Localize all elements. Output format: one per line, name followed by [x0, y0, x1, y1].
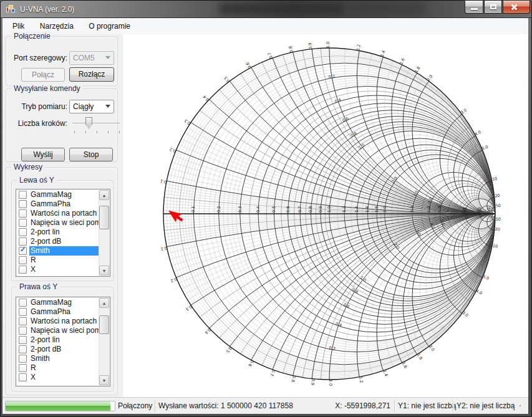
svg-text:0.9: 0.9 — [307, 42, 313, 49]
slider-thumb[interactable] — [85, 117, 92, 129]
svg-text:0.4: 0.4 — [334, 97, 342, 104]
left-axis-listbox[interactable]: GammaMagGammaPhaWartości na portach ADCN… — [16, 189, 110, 277]
connection-group: Połączenie Port szeregowy: COM5 Połącz R… — [6, 36, 118, 86]
connection-status: Połączony — [118, 401, 152, 410]
menu-o-programie[interactable]: O programie — [82, 19, 137, 34]
svg-text:0.1: 0.1 — [191, 206, 196, 213]
serial-port-value: COM5 — [73, 54, 95, 62]
list-item[interactable]: 2-port dB — [17, 237, 99, 246]
svg-text:0.8: 0.8 — [308, 206, 313, 213]
checkbox-icon[interactable] — [19, 299, 27, 307]
list-item[interactable]: X — [17, 373, 99, 382]
checkbox-icon[interactable]: ✓ — [19, 247, 27, 255]
progress-bar — [5, 401, 115, 411]
disconnect-button[interactable]: Rozłącz — [69, 67, 114, 82]
checkbox-icon[interactable] — [19, 266, 27, 274]
checkbox-icon[interactable] — [19, 345, 27, 353]
slider-track[interactable] — [72, 123, 120, 124]
right-axis-scrollbar[interactable]: ▲ ▼ — [99, 298, 109, 385]
list-item-label: GammaPha — [29, 199, 99, 209]
list-item[interactable]: GammaMag — [17, 298, 99, 307]
checkbox-icon[interactable] — [19, 228, 27, 236]
maximize-button[interactable] — [484, 1, 502, 14]
left-axis-group: Lewa oś Y GammaMagGammaPhaWartości na po… — [11, 180, 114, 281]
list-item[interactable]: ✓Smith — [17, 246, 99, 256]
connection-group-title: Połączenie — [11, 32, 53, 41]
svg-text:0.3: 0.3 — [185, 304, 193, 312]
svg-text:20: 20 — [495, 227, 500, 232]
list-item[interactable]: R — [17, 256, 99, 265]
svg-text:0.8: 0.8 — [290, 375, 296, 383]
list-item[interactable]: Wartości na portach ADC — [17, 209, 99, 218]
scrollbar-thumb[interactable] — [99, 206, 109, 229]
svg-text:0.4: 0.4 — [204, 327, 212, 335]
command-group-title: Wysyłanie komendy — [11, 84, 83, 93]
client-area: Plik Narzędzia O programie 0.10.10.10.20… — [2, 18, 528, 414]
measurement-marker — [168, 205, 185, 224]
svg-text:50: 50 — [496, 217, 501, 222]
svg-text:0.1: 0.1 — [160, 178, 167, 185]
checkbox-icon[interactable] — [19, 219, 27, 227]
send-button[interactable]: Wyślij — [21, 148, 65, 161]
checkbox-icon[interactable] — [19, 209, 27, 218]
serial-port-combobox[interactable]: COM5 — [69, 51, 114, 65]
right-axis-listbox[interactable]: GammaMagGammaPhaWartości na portach ADCN… — [16, 297, 110, 386]
list-item[interactable]: Smith — [17, 354, 99, 363]
list-item[interactable]: Wartości na portach ADC — [17, 317, 99, 326]
list-item[interactable]: 2-port lin — [17, 228, 99, 237]
checkbox-icon[interactable] — [19, 364, 27, 372]
scroll-up-icon[interactable]: ▲ — [99, 298, 109, 308]
window-title: U-VNA (ver. 2.0) — [20, 5, 74, 14]
checkbox-icon[interactable] — [19, 308, 27, 316]
list-item[interactable]: GammaPha — [17, 199, 99, 209]
checkbox-icon[interactable] — [19, 355, 27, 363]
list-item-label: Smith — [29, 354, 99, 363]
checkbox-icon[interactable] — [19, 200, 27, 208]
list-item[interactable]: GammaPha — [17, 307, 99, 317]
scrollbar-thumb[interactable] — [99, 315, 109, 334]
resize-grip[interactable] — [519, 405, 526, 412]
checkbox-icon[interactable] — [19, 237, 27, 246]
connect-button[interactable]: Połącz — [21, 68, 65, 82]
stop-button[interactable]: Stop — [69, 148, 113, 161]
checkbox-icon[interactable] — [19, 336, 27, 344]
svg-text:10: 10 — [461, 208, 467, 214]
svg-text:2.0: 2.0 — [382, 206, 387, 213]
measure-mode-combobox[interactable]: Ciągły — [69, 100, 114, 113]
checkbox-icon[interactable] — [19, 256, 27, 264]
svg-text:1.0: 1.0 — [326, 42, 331, 48]
svg-text:0.9: 0.9 — [318, 206, 323, 213]
scroll-up-icon[interactable]: ▲ — [99, 190, 109, 200]
scroll-down-icon[interactable]: ▼ — [99, 375, 109, 385]
list-item[interactable]: R — [17, 363, 99, 373]
list-item[interactable]: 2-port dB — [17, 345, 99, 354]
svg-text:1.2: 1.2 — [358, 376, 364, 383]
svg-text:1.6: 1.6 — [365, 206, 370, 213]
list-item[interactable]: Napięcia w sieci pomiarow — [17, 326, 99, 335]
checkbox-icon[interactable] — [19, 327, 27, 335]
svg-text:0.1: 0.1 — [160, 246, 168, 252]
svg-text:1.0: 1.0 — [357, 143, 365, 151]
list-item[interactable]: 2-port lin — [17, 335, 99, 345]
svg-text:0.4: 0.4 — [202, 94, 210, 102]
list-item[interactable]: Napięcia w sieci pomiarow — [17, 218, 99, 228]
list-item[interactable]: GammaMag — [17, 190, 99, 199]
command-group: Wysyłanie komendy Tryb pomiaru: Ciągły L… — [6, 89, 118, 162]
app-window: U-VNA (ver. 2.0) Plik Narzędzia O progra… — [0, 0, 532, 417]
scroll-down-icon[interactable]: ▼ — [99, 266, 109, 276]
left-axis-scrollbar[interactable]: ▲ ▼ — [99, 190, 109, 276]
sent-values: Wysłane wartości: 1 500000 420 117858 — [158, 401, 293, 410]
window-titlebar[interactable]: U-VNA (ver. 2.0) — [1, 1, 532, 18]
minimize-button[interactable] — [465, 1, 483, 14]
svg-text:10: 10 — [491, 176, 498, 182]
checkbox-icon[interactable] — [19, 317, 27, 325]
checkbox-icon[interactable] — [19, 191, 27, 199]
svg-text:2.0: 2.0 — [390, 176, 399, 184]
svg-text:0.7: 0.7 — [269, 369, 276, 376]
measure-mode-label: Tryb pomiaru: — [11, 102, 67, 111]
list-item[interactable]: X — [17, 265, 99, 274]
right-axis-group: Prawa oś Y GammaMagGammaPhaWartości na p… — [11, 287, 114, 391]
checkbox-icon[interactable] — [19, 373, 27, 381]
smith-chart[interactable]: 0.10.10.10.20.20.20.30.30.30.40.40.40.50… — [123, 34, 528, 397]
close-button[interactable] — [503, 1, 530, 14]
